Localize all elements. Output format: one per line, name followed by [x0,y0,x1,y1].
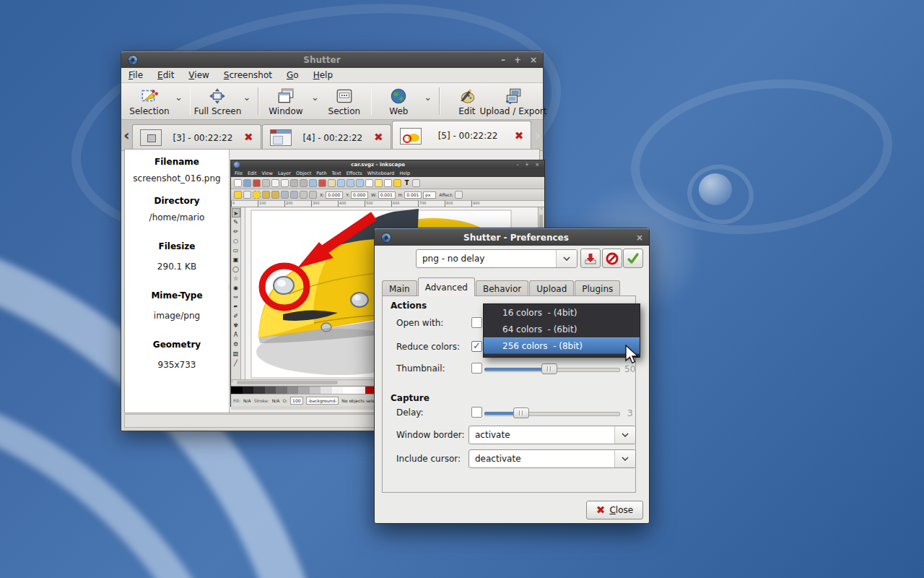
window-title: Shutter [143,55,501,65]
deny-icon [606,252,619,265]
tab-advanced[interactable]: Advanced [418,277,475,296]
filesize-label: Filesize [125,241,229,251]
selection-dropdown-chevron[interactable]: ⌄ [172,92,186,103]
reduce-colors-label: Reduce colors: [396,342,460,352]
thumbnail-checkbox[interactable]: ✓ [471,363,482,374]
thumbnail-value: 50 [624,364,635,374]
inkscape-command-toolbar: T [231,177,544,189]
inkscape-toolbox: ➤✎✏○▭▣◯☆◉✑✒✐✾A⚙▧╱ [231,207,241,379]
shutter-titlebar[interactable]: Shutter – + × [121,51,543,68]
tab-main[interactable]: Main [382,280,417,296]
upload-export-label: Upload / Export [479,106,546,116]
thumbnail-label: Thumbnail: [396,363,445,374]
directory-label: Directory [125,196,229,206]
include-cursor-combobox[interactable]: deactivate [468,449,636,468]
thumbnail-slider[interactable] [484,363,620,374]
fullscreen-dropdown-chevron[interactable]: ⌄ [240,92,253,103]
save-profile-button[interactable] [580,249,601,268]
delay-slider[interactable] [484,407,620,418]
shutter-menubar: File Edit View Screenshot Go Help [121,68,543,83]
actions-section-title: Actions [391,301,427,311]
window-border-label: Window border: [396,430,465,440]
upload-export-button[interactable]: Upload / Export [489,85,537,118]
tab4-close-icon[interactable]: ✖ [374,132,383,143]
mimetype-value: image/png [125,311,229,321]
section-button[interactable]: Section [322,85,367,118]
tab5-close-icon[interactable]: ✖ [515,131,524,142]
delay-slider-handle[interactable] [513,407,529,418]
window-button[interactable]: Window [263,85,308,118]
filename-label: Filename [125,157,229,167]
window-icon [276,87,295,105]
web-label: Web [389,106,408,116]
tab-upload[interactable]: Upload [529,280,574,296]
menu-item-64-colors[interactable]: 64 colors - (6bit) [484,321,640,337]
directory-value: /home/mario [125,212,229,223]
menu-edit[interactable]: Edit [157,70,174,80]
mimetype-label: Mime-Type [125,290,229,301]
tabs-scroll-right-icon[interactable]: › [532,120,543,150]
inkscape-titlebar: car.svgz - Inkscape – + × [231,160,544,169]
tab-behavior[interactable]: Behavior [476,280,528,296]
tab-screenshot-5[interactable]: [5] - 00:22:22 ✖ [392,121,532,150]
info-sidebar: Filename screenshot_016.png Directory /h… [125,150,230,413]
tab5-label: [5] - 00:22:22 [429,131,507,141]
minimize-icon[interactable]: – [501,56,505,64]
tab5-thumbnail [400,128,422,144]
menu-file[interactable]: File [128,70,143,80]
tab-plugins[interactable]: Plugins [575,280,620,296]
dialog-close-icon[interactable]: × [636,233,643,242]
wallpaper-sphere [699,173,732,205]
reduce-colors-checkbox[interactable]: ✓ [471,341,482,352]
session-tabbar: ‹ [3] - 00:22:22 ✖ [4] - 00:22:22 ✖ [5] … [121,120,543,151]
menu-item-256-colors[interactable]: 256 colors - (8bit) [484,337,640,354]
close-icon[interactable]: × [530,56,537,64]
save-icon [584,252,597,265]
fullscreen-label: Full Screen [194,106,242,116]
thumbnail-slider-handle[interactable] [541,363,557,374]
inkscape-tool-options-bar: X:0.000 Y:0.000 W:0.001 H:0.001 px Affec… [231,189,544,201]
delay-checkbox[interactable]: ✓ [471,407,482,418]
window-border-combobox[interactable]: activate [468,426,636,444]
menu-help[interactable]: Help [313,70,333,80]
open-with-label: Open with: [396,318,443,328]
apply-check-icon [627,252,640,265]
tab-screenshot-4[interactable]: [4] - 00:22:22 ✖ [262,124,391,150]
close-button[interactable]: ✖ Close [586,501,643,519]
profile-combobox[interactable]: png - no delay [416,249,578,268]
tab3-close-icon[interactable]: ✖ [244,132,253,143]
web-dropdown-chevron[interactable]: ⌄ [421,92,435,103]
window-border-value: activate [469,430,614,440]
window-dropdown-chevron[interactable]: ⌄ [308,92,322,103]
shutter-logo-icon [380,232,392,243]
tab3-label: [3] - 00:22:22 [169,133,237,143]
delete-profile-button[interactable] [602,249,622,268]
menu-view[interactable]: View [188,70,209,80]
preferences-titlebar[interactable]: Shutter - Preferences × [375,228,649,246]
maximize-icon[interactable]: + [514,56,521,64]
web-button[interactable]: Web [376,85,421,118]
delay-value: 3 [627,408,633,418]
geometry-label: Geometry [125,340,229,350]
window-border-chevron-icon [614,426,635,444]
delay-label: Delay: [396,407,424,418]
inkscape-window-buttons: – + × [516,162,541,168]
edit-palette-icon [458,87,476,105]
edit-label: Edit [458,106,475,116]
include-cursor-label: Include cursor: [396,454,461,464]
mouse-cursor [625,345,640,365]
open-with-checkbox[interactable]: ✓ [471,317,482,328]
dialog-title: Shutter - Preferences [396,233,636,243]
menu-screenshot[interactable]: Screenshot [224,70,272,80]
profile-value: png - no delay [417,254,556,264]
fullscreen-button[interactable]: Full Screen [195,85,240,118]
menu-item-16-colors[interactable]: 16 colors - (4bit) [484,304,640,321]
checkmark-icon: ✓ [473,342,481,350]
selection-button[interactable]: Selection [127,85,172,118]
tabs-scroll-left-icon[interactable]: ‹ [121,120,132,150]
menu-go[interactable]: Go [287,70,299,80]
apply-profile-button[interactable] [623,249,643,268]
filesize-value: 290.1 KB [125,262,229,272]
selection-icon [140,87,159,105]
tab-screenshot-3[interactable]: [3] - 00:22:22 ✖ [132,124,261,150]
